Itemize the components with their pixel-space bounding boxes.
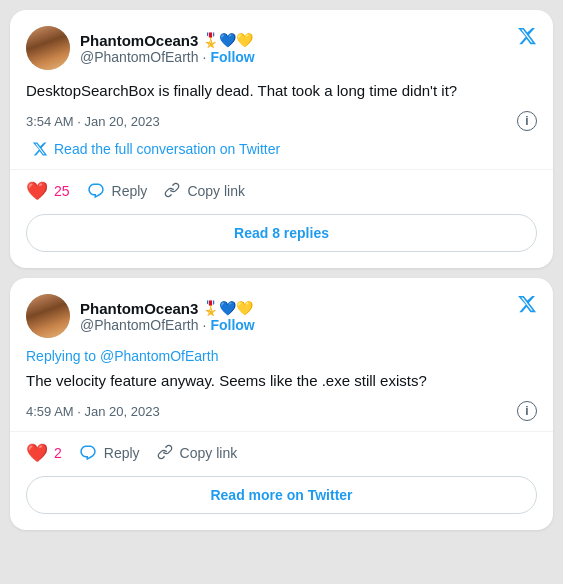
like-count-2: 2 [54,445,62,461]
display-name-1: PhantomOcean3 [80,32,198,49]
copy-label-2: Copy link [180,445,238,461]
read-more-button-2[interactable]: Read more on Twitter [26,476,537,514]
follow-button-1[interactable]: Follow [210,49,254,65]
like-button-2[interactable]: ❤️ 2 [26,442,62,464]
reply-icon-2 [78,443,98,463]
full-conversation-text-1: Read the full conversation on Twitter [54,141,280,157]
twitter-icon-2 [517,294,537,319]
copy-icon-1 [163,181,181,202]
info-icon-2[interactable]: i [517,401,537,421]
heart-icon-1: ❤️ [26,180,48,202]
replying-to-2: Replying to @PhantomOfEarth [26,348,537,364]
tweet-actions-2: ❤️ 2 Reply Copy link [26,442,537,464]
tweet-body-2: The velocity feature anyway. Seems like … [26,370,537,391]
reply-icon-1 [86,181,106,201]
emojis-1: 🎖️💙💛 [202,32,253,48]
tweet-time-2: 4:59 AM · Jan 20, 2023 [26,404,160,419]
tweet-meta-2: 4:59 AM · Jan 20, 2023 i [26,401,537,421]
tweet-header-2: PhantomOcean3 🎖️💙💛 @PhantomOfEarth · Fol… [26,294,537,338]
username-2: @PhantomOfEarth [80,317,199,333]
emojis-2: 🎖️💙💛 [202,300,253,316]
read-replies-button-1[interactable]: Read 8 replies [26,214,537,252]
twitter-icon-1 [517,26,537,51]
tweet-header-1: PhantomOcean3 🎖️💙💛 @PhantomOfEarth · Fol… [26,26,537,70]
avatar-2 [26,294,70,338]
display-name-2: PhantomOcean3 [80,300,198,317]
tweet-card-2: PhantomOcean3 🎖️💙💛 @PhantomOfEarth · Fol… [10,278,553,530]
follow-button-2[interactable]: Follow [210,317,254,333]
reply-button-1[interactable]: Reply [86,181,148,201]
divider-2 [10,431,553,432]
tweet-body-1: DesktopSearchBox is finally dead. That t… [26,80,537,101]
replying-to-user-2[interactable]: @PhantomOfEarth [100,348,219,364]
reply-button-2[interactable]: Reply [78,443,140,463]
full-conversation-link-1[interactable]: Read the full conversation on Twitter [26,141,537,157]
divider-1 [10,169,553,170]
info-icon-1[interactable]: i [517,111,537,131]
reply-label-1: Reply [112,183,148,199]
copy-button-1[interactable]: Copy link [163,181,245,202]
username-1: @PhantomOfEarth [80,49,199,65]
replying-to-label-2: Replying to [26,348,100,364]
like-count-1: 25 [54,183,70,199]
tweet-meta-1: 3:54 AM · Jan 20, 2023 i [26,111,537,131]
heart-icon-2: ❤️ [26,442,48,464]
tweet-card-1: PhantomOcean3 🎖️💙💛 @PhantomOfEarth · Fol… [10,10,553,268]
copy-icon-2 [156,443,174,464]
reply-label-2: Reply [104,445,140,461]
copy-label-1: Copy link [187,183,245,199]
like-button-1[interactable]: ❤️ 25 [26,180,70,202]
copy-button-2[interactable]: Copy link [156,443,238,464]
tweet-time-1: 3:54 AM · Jan 20, 2023 [26,114,160,129]
tweet-actions-1: ❤️ 25 Reply Copy link [26,180,537,202]
avatar-1 [26,26,70,70]
